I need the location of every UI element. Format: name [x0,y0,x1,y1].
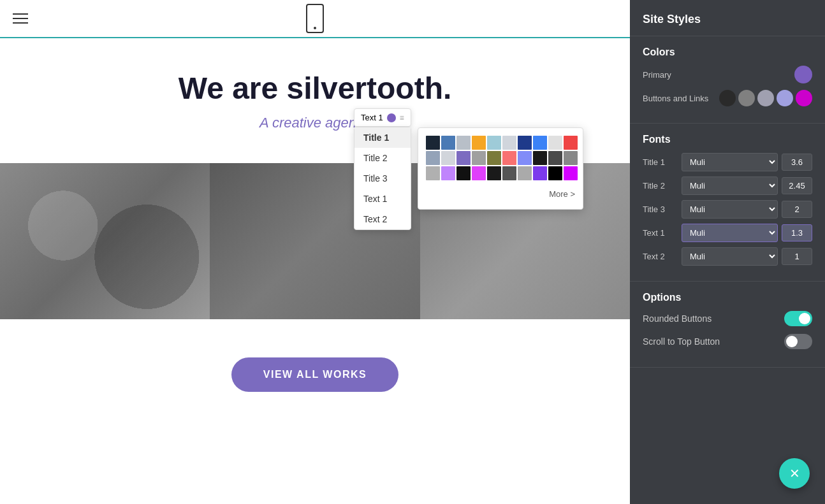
dropdown-trigger-label: Text 1 [361,113,383,122]
color-swatch[interactable] [472,166,486,180]
dropdown-item-text1[interactable]: Text 1 [354,189,411,209]
font-select-text-2[interactable]: Muli [682,247,778,266]
close-icon: ✕ [789,467,800,480]
option-label: Rounded Buttons [643,313,712,324]
colors-section-title: Colors [643,47,812,58]
color-picker-panel: More > [418,127,583,210]
font-size-text-1[interactable] [782,224,812,241]
btn-link-colors [719,90,812,106]
fonts-section-title: Fonts [643,134,812,145]
font-size-text-2[interactable] [782,248,812,265]
color-swatch[interactable] [426,151,440,165]
color-swatch[interactable] [518,136,532,150]
color-swatch[interactable] [518,166,532,180]
options-section: Options Rounded ButtonsScroll to Top But… [630,282,825,368]
color-swatch[interactable] [487,136,501,150]
fonts-section: Fonts Title 1MuliTitle 2MuliTitle 3MuliT… [630,124,825,282]
color-swatch[interactable] [456,136,471,150]
color-swatch[interactable] [456,166,471,180]
font-row-text-1: Text 1Muli [643,224,812,242]
option-row-rounded-buttons: Rounded Buttons [643,311,812,326]
dropdown-divider-icon: ≡ [400,113,404,122]
font-row-label: Title 2 [643,181,678,191]
dropdown-item-title1[interactable]: Title 1 [354,127,411,148]
option-label: Scroll to Top Button [643,336,720,347]
hero-title: We are silvertooth. [13,70,617,107]
cta-area: VIEW ALL WORKS [0,319,630,405]
hamburger-menu[interactable] [13,13,28,24]
color-swatch[interactable] [564,136,578,150]
color-swatch[interactable] [456,151,471,165]
color-swatch[interactable] [441,151,455,165]
top-bar [0,0,630,38]
btn-link-color-dark[interactable] [719,90,736,106]
image-1 [0,163,210,319]
font-row-title-2: Title 2Muli [643,176,812,195]
font-row-title-1: Title 1Muli [643,153,812,171]
toggle-rounded-buttons[interactable] [784,311,812,326]
color-swatch[interactable] [564,166,578,180]
color-swatch[interactable] [502,166,516,180]
color-swatch[interactable] [502,151,516,165]
font-size-title-3[interactable] [782,201,812,218]
btn-link-color-gray[interactable] [738,90,755,106]
color-swatch[interactable] [487,151,501,165]
color-swatch[interactable] [502,136,516,150]
color-swatch[interactable] [472,151,486,165]
primary-color-row: Primary [643,66,812,83]
dropdown-item-title3[interactable]: Title 3 [354,168,411,189]
main-content: We are silvertooth. A creative agency VI… [0,0,630,504]
btn-link-color-lavender[interactable] [777,90,793,106]
color-swatch[interactable] [472,136,486,150]
color-swatch[interactable] [518,151,532,165]
primary-color-label: Primary [643,70,671,80]
color-swatch[interactable] [564,151,578,165]
color-swatch[interactable] [426,136,440,150]
toggle-slider [784,311,812,326]
font-row-title-3: Title 3Muli [643,200,812,219]
color-swatch[interactable] [533,151,547,165]
primary-color-button[interactable] [794,66,812,83]
btn-link-color-magenta[interactable] [796,90,812,106]
font-row-label: Title 3 [643,205,678,214]
dropdown-item-title2[interactable]: Title 2 [354,148,411,168]
site-styles-sidebar: Site Styles Colors Primary Buttons and L… [630,0,825,504]
toggle-slider [784,334,812,349]
font-select-title-3[interactable]: Muli [682,200,778,219]
dropdown-item-text2[interactable]: Text 2 [354,209,411,229]
dropdown-trigger[interactable]: Text 1 ≡ [354,108,411,127]
color-swatch[interactable] [426,166,440,180]
font-select-text-1[interactable]: Muli [682,224,778,242]
colors-section: Colors Primary Buttons and Links [630,36,825,124]
mobile-preview-icon[interactable] [306,4,324,33]
color-swatch[interactable] [548,151,562,165]
font-row-text-2: Text 2Muli [643,247,812,266]
font-select-title-2[interactable]: Muli [682,176,778,195]
btn-links-row: Buttons and Links [643,90,812,106]
color-grid [426,136,575,180]
color-swatch[interactable] [441,166,455,180]
font-select-title-1[interactable]: Muli [682,153,778,171]
toggle-scroll-to-top-button[interactable] [784,334,812,349]
color-swatch[interactable] [548,136,562,150]
color-swatch[interactable] [533,166,547,180]
font-row-label: Title 1 [643,157,678,167]
text-style-dropdown: Text 1 ≡ Title 1 Title 2 Title 3 Text 1 … [354,108,411,230]
font-row-label: Text 1 [643,228,678,238]
btn-link-color-light-gray[interactable] [757,90,774,106]
color-swatch[interactable] [548,166,562,180]
view-all-works-button[interactable]: VIEW ALL WORKS [231,357,398,392]
close-fab-button[interactable]: ✕ [779,458,810,489]
options-section-title: Options [643,292,812,303]
more-colors-link[interactable]: More > [426,187,575,201]
trigger-color-dot [387,113,396,122]
dropdown-menu: Title 1 Title 2 Title 3 Text 1 Text 2 [354,127,411,230]
font-size-title-1[interactable] [782,154,812,171]
btn-links-label: Buttons and Links [643,94,708,103]
color-swatch[interactable] [533,136,547,150]
font-size-title-2[interactable] [782,177,812,194]
option-row-scroll-to-top-button: Scroll to Top Button [643,334,812,349]
color-swatch[interactable] [441,136,455,150]
sidebar-title: Site Styles [630,0,825,36]
color-swatch[interactable] [487,166,501,180]
